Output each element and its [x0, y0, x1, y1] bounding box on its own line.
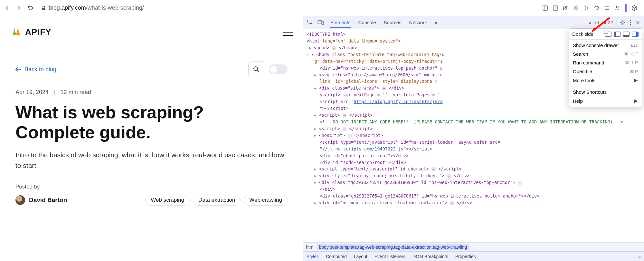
btab-layout[interactable]: Layout — [354, 254, 367, 259]
posted-by-label: Posted by — [15, 184, 288, 190]
more-tabs-icon[interactable]: » — [434, 16, 438, 28]
logo-text: APIFY — [25, 27, 52, 37]
cube-icon[interactable] — [631, 5, 638, 11]
heart-icon[interactable] — [594, 5, 600, 11]
edit-icon[interactable] — [553, 5, 558, 11]
menu-run-command[interactable]: Run command⌘ ⇧ P — [569, 58, 642, 67]
devtools-options-menu: Dock side Show console drawerEsc Search⌘… — [569, 28, 642, 107]
browser-toolbar: blog.apify.com/what-is-web-scraping/ — [0, 0, 644, 16]
svg-rect-1 — [543, 6, 547, 10]
sidebar-icon[interactable] — [542, 5, 548, 11]
dock-bottom-icon[interactable] — [623, 32, 630, 37]
svg-point-13 — [630, 22, 631, 23]
inspect-icon[interactable] — [306, 18, 314, 27]
svg-point-6 — [616, 6, 618, 8]
lock-icon — [41, 5, 46, 11]
tab-elements[interactable]: Elements — [330, 16, 351, 28]
article-meta: Apr 19, 2024 | 12 min read — [15, 89, 288, 96]
warnings-badge[interactable]: ▲56 — [588, 20, 599, 25]
btab-styles[interactable]: Styles — [307, 254, 319, 259]
btab-event-listeners[interactable]: Event Listeners — [374, 254, 406, 259]
menu-search[interactable]: Search⌘ ⌥ F — [569, 50, 642, 58]
play-icon[interactable] — [583, 5, 589, 11]
address-bar[interactable]: blog.apify.com/what-is-web-scraping/ — [37, 2, 540, 14]
dock-undock-icon[interactable] — [605, 32, 611, 37]
search-button[interactable] — [248, 61, 264, 77]
tab-sources[interactable]: Sources — [383, 16, 402, 28]
svg-point-14 — [630, 24, 631, 25]
dock-right-icon[interactable] — [632, 32, 639, 37]
article-title: What is web scraping? Complete guide. — [15, 102, 288, 142]
dock-left-icon[interactable] — [614, 32, 620, 37]
tag[interactable]: Data extraction — [193, 195, 241, 206]
profile-icon[interactable] — [614, 5, 620, 11]
browser-actions — [542, 4, 641, 12]
forward-button[interactable] — [14, 3, 24, 13]
page-content: APIFY Back to blog Apr 19, 2024 | — [0, 16, 303, 261]
menu-help[interactable]: Help▶ — [569, 96, 642, 105]
settings-icon[interactable] — [618, 18, 627, 27]
menu-shortcuts[interactable]: Show Shortcuts — [569, 88, 642, 96]
svg-point-7 — [254, 67, 258, 71]
article-subtitle: Intro to the basics of web scraping: wha… — [15, 150, 288, 171]
reload-button[interactable] — [26, 3, 35, 13]
menu-show-console[interactable]: Show console drawerEsc — [569, 41, 642, 50]
tag-list: Web scraping Data extraction Web crawlin… — [145, 195, 288, 206]
window-indicator — [625, 4, 627, 12]
author[interactable]: David Barton — [15, 195, 67, 205]
btab-more-icon[interactable]: » — [638, 254, 641, 259]
back-to-blog-link[interactable]: Back to blog — [15, 66, 56, 73]
avatar — [15, 195, 25, 205]
close-devtools-icon[interactable] — [634, 19, 641, 26]
menu-button[interactable] — [283, 29, 293, 36]
dom-breadcrumb: html body.post-template.tag-web-scraping… — [303, 242, 644, 251]
device-icon[interactable] — [316, 19, 325, 26]
btab-properties[interactable]: Properties — [455, 254, 476, 259]
styles-tabs: Styles Computed Layout Event Listeners D… — [303, 251, 644, 261]
list-icon[interactable] — [604, 5, 610, 11]
svg-rect-10 — [322, 22, 324, 24]
btab-computed[interactable]: Computed — [326, 254, 347, 259]
breadcrumb-body[interactable]: body.post-template.tag-web-scraping.tag-… — [317, 244, 469, 250]
tag[interactable]: Web crawling — [244, 195, 288, 206]
apify-logo-icon — [10, 26, 22, 38]
arrow-left-icon — [15, 67, 21, 72]
tab-network[interactable]: Network — [409, 16, 428, 28]
dock-side-label: Dock side — [572, 31, 593, 37]
svg-rect-0 — [42, 8, 45, 10]
btab-dom-breakpoints[interactable]: DOM Breakpoints — [412, 254, 448, 259]
theme-toggle[interactable] — [269, 64, 288, 74]
search-icon — [253, 66, 260, 73]
author-name: David Barton — [29, 197, 67, 204]
camera-icon[interactable] — [563, 5, 569, 11]
devtools-panel: Elements Console Sources Network » ▲56 ■… — [303, 16, 644, 261]
tab-console[interactable]: Console — [358, 16, 377, 28]
back-label: Back to blog — [24, 66, 56, 73]
back-button[interactable] — [3, 3, 12, 13]
read-time: 12 min read — [61, 89, 91, 96]
svg-point-12 — [630, 20, 631, 21]
logo[interactable]: APIFY — [10, 26, 52, 38]
svg-rect-9 — [318, 21, 322, 24]
devtools-tabs: Elements Console Sources Network » — [330, 16, 438, 28]
svg-point-11 — [622, 22, 623, 23]
url-text: blog.apify.com/what-is-web-scraping/ — [49, 5, 144, 11]
devtools-toolbar: Elements Console Sources Network » ▲56 ■… — [303, 16, 644, 29]
menu-open-file[interactable]: Open file⌘ P — [569, 67, 642, 76]
shield-icon[interactable] — [573, 5, 579, 11]
site-header: APIFY — [0, 16, 303, 48]
tag[interactable]: Web scraping — [145, 195, 190, 206]
menu-more-tools[interactable]: More tools▶ — [569, 76, 642, 85]
svg-point-5 — [565, 7, 567, 9]
article-date: Apr 19, 2024 — [15, 89, 49, 96]
breadcrumb-html[interactable]: html — [306, 245, 314, 250]
info-badge[interactable]: ■22 — [603, 20, 613, 25]
kebab-menu-icon[interactable] — [629, 19, 632, 26]
